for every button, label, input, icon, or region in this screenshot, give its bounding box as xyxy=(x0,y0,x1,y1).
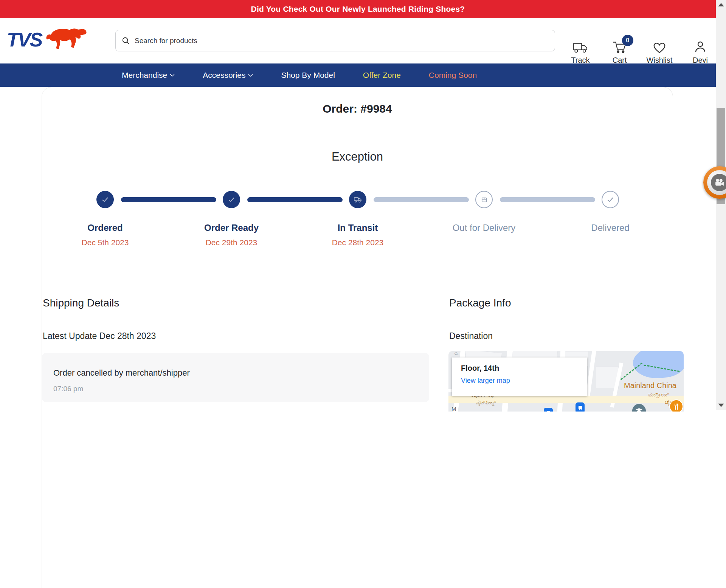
tracker-connector xyxy=(374,197,469,202)
destination-label: Destination xyxy=(449,331,493,341)
video-assist-widget-ring xyxy=(707,170,726,195)
map-poi-label: Mainland China xyxy=(624,381,676,390)
order-status-heading: Exception xyxy=(42,150,673,164)
tracker-connector xyxy=(500,197,595,202)
header: TVS Track xyxy=(0,18,716,63)
map-poi-label: ಮೇನ್ಲಾಂಡ್ xyxy=(648,391,669,398)
check-icon xyxy=(223,191,240,208)
tvs-horse-icon xyxy=(45,27,89,52)
tvs-logo[interactable]: TVS xyxy=(7,27,89,52)
step-date: Dec 28th 2023 xyxy=(332,238,384,247)
truck-icon xyxy=(349,191,366,208)
step-label: In Transit xyxy=(338,223,378,233)
step-label: Order Ready xyxy=(204,223,259,233)
search-bar xyxy=(115,30,555,51)
video-camera-icon xyxy=(711,174,726,191)
bus-stop-icon xyxy=(576,402,585,412)
step-date: Dec 29th 2023 xyxy=(206,238,258,247)
shipping-event-time: 07:06 pm xyxy=(53,385,418,393)
shipping-event-card: Order cancelled by merchant/shipper 07:0… xyxy=(42,353,429,402)
tracker-connector xyxy=(121,197,216,202)
scroll-down-icon[interactable] xyxy=(718,404,724,407)
restaurant-icon xyxy=(669,399,683,412)
order-title: Order: #9984 xyxy=(42,102,673,115)
cart-count-badge: 0 xyxy=(622,35,633,46)
map-destination-title: Floor, 14th xyxy=(461,364,587,373)
map-attribution-text: M xyxy=(451,405,456,412)
nav-item-accessories[interactable]: Accessories xyxy=(203,71,253,80)
order-progress-tracker: Ordered Dec 5th 2023 Order Ready Dec 29t… xyxy=(42,191,673,247)
scroll-up-icon[interactable] xyxy=(718,3,724,6)
search-input[interactable] xyxy=(135,37,549,45)
video-assist-widget[interactable] xyxy=(703,166,726,199)
view-larger-map-link[interactable]: View larger map xyxy=(461,377,510,385)
truck-icon xyxy=(573,39,588,54)
main-nav: Merchandise Accessories Shop By Model Of… xyxy=(0,63,716,87)
order-tracking-card: Order: #9984 Exception Ordered Dec 5th 2… xyxy=(42,87,673,588)
bus-stop-icon xyxy=(544,408,553,412)
step-label: Delivered xyxy=(591,223,629,233)
package-info-heading: Package Info xyxy=(449,297,511,309)
user-icon xyxy=(694,39,707,54)
destination-map[interactable]: d Floor, 14th View larger map Mainland C… xyxy=(448,351,684,412)
cart-icon: 0 xyxy=(613,39,627,54)
wishlist-label: Wishlist xyxy=(646,56,672,64)
nav-item-merchandise[interactable]: Merchandise xyxy=(122,71,175,80)
chevron-down-icon xyxy=(170,74,175,77)
map-street-label: d xyxy=(453,352,459,355)
nav-item-shop-by-model[interactable]: Shop By Model xyxy=(281,71,335,80)
package-icon xyxy=(475,191,493,208)
school-icon xyxy=(632,404,646,412)
map-poi-label: ವೈಟ್‌ಫೀಲ್ಡ್ xyxy=(476,399,496,406)
nav-item-offer-zone[interactable]: Offer Zone xyxy=(363,71,401,80)
shipping-event-title: Order cancelled by merchant/shipper xyxy=(53,368,418,378)
vertical-scrollbar[interactable] xyxy=(716,0,726,410)
promo-banner-text: Did You Check Out Our Newly Launched Rid… xyxy=(251,5,465,14)
map-water-area xyxy=(631,351,684,382)
cart-label: Cart xyxy=(613,56,627,64)
shipping-details-heading: Shipping Details xyxy=(43,297,119,309)
map-info-window: Floor, 14th View larger map xyxy=(452,357,587,396)
latest-update-line: Latest Update Dec 28th 2023 xyxy=(43,331,156,341)
step-label: Ordered xyxy=(87,223,123,233)
check-icon xyxy=(96,191,114,208)
tvs-logo-text: TVS xyxy=(7,30,42,50)
check-icon xyxy=(602,191,619,208)
promo-banner: Did You Check Out Our Newly Launched Rid… xyxy=(0,0,716,18)
nav-item-coming-soon[interactable]: Coming Soon xyxy=(429,71,477,80)
track-label: Track xyxy=(571,56,589,64)
search-icon xyxy=(122,37,130,45)
chevron-down-icon xyxy=(248,74,253,77)
step-date: Dec 5th 2023 xyxy=(82,238,129,247)
heart-icon xyxy=(653,39,666,54)
step-label: Out for Delivery xyxy=(453,223,516,233)
tracker-connector xyxy=(247,197,343,202)
